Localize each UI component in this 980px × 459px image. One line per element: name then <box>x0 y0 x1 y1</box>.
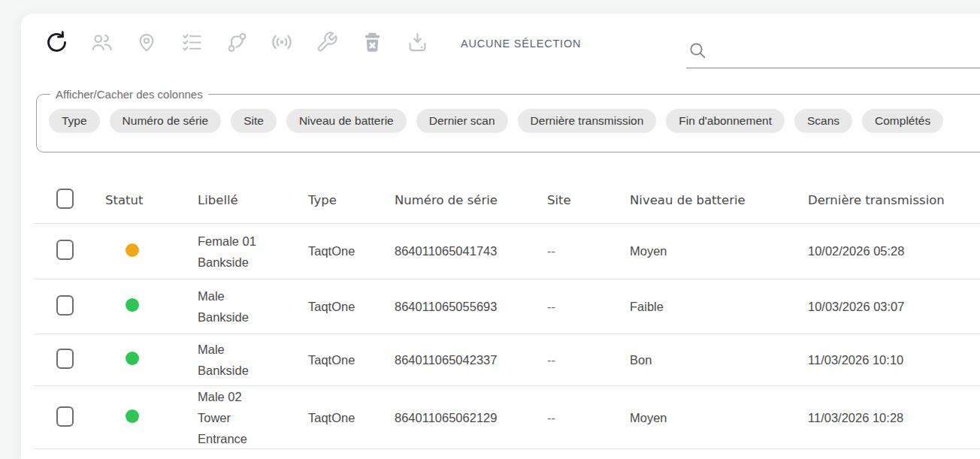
row-checkbox[interactable] <box>56 349 74 369</box>
device-label: Male Bankside <box>198 339 273 381</box>
device-label-cell: Female 01 Bankside <box>198 231 308 273</box>
status-cell <box>105 409 198 426</box>
device-site: -- <box>547 353 630 367</box>
device-site: -- <box>547 244 630 258</box>
device-site: -- <box>547 300 630 314</box>
checklist-button[interactable] <box>179 29 204 56</box>
table-row: Female 01 <box>34 449 980 459</box>
column-chip[interactable]: Dernier scan <box>416 109 508 133</box>
status-cell <box>105 243 198 260</box>
refresh-button[interactable] <box>44 29 69 56</box>
row-checkbox-cell <box>34 295 105 319</box>
row-checkbox-cell <box>34 349 105 372</box>
search-box <box>686 38 980 68</box>
search-icon <box>688 41 707 60</box>
device-table: Statut Libellé Type Numéro de série Site… <box>34 177 980 459</box>
export-button[interactable] <box>404 29 430 56</box>
column-filter-legend: Afficher/Cacher des colonnes <box>50 88 208 101</box>
device-last-transmission: 10/03/2026 03:07 <box>808 300 980 314</box>
device-site: -- <box>547 411 630 425</box>
column-header-last-transmission: Dernière transmission <box>808 193 980 207</box>
broadcast-button[interactable] <box>269 29 295 56</box>
status-cell <box>105 352 198 368</box>
device-battery: Moyen <box>630 411 808 425</box>
device-label-cell: Male Bankside <box>198 285 308 328</box>
status-dot <box>126 409 139 423</box>
users-icon <box>90 31 113 54</box>
device-label-cell: Male 02 Tower Entrance <box>198 386 308 449</box>
wrench-button[interactable] <box>314 29 340 56</box>
device-label: Female 01 Bankside <box>198 231 273 273</box>
branch-icon <box>225 31 249 54</box>
device-label-cell: Male Bankside <box>198 339 308 381</box>
select-all-checkbox[interactable] <box>56 189 74 209</box>
device-type: TaqtOne <box>308 244 395 258</box>
device-list-panel: AUCUNE SÉLECTION Afficher/Cacher des col… <box>21 14 980 459</box>
row-checkbox[interactable] <box>56 240 74 260</box>
delete-button[interactable] <box>359 29 385 56</box>
column-chip[interactable]: Scans <box>794 109 852 133</box>
row-checkbox[interactable] <box>56 295 74 316</box>
refresh-icon <box>44 30 69 55</box>
row-checkbox-cell <box>34 240 105 263</box>
status-dot <box>126 352 139 365</box>
select-all-cell <box>34 189 105 212</box>
location-pin-icon <box>135 31 158 53</box>
device-table-body: Female 01 BanksideTaqtOne864011065041743… <box>34 224 980 459</box>
table-row: Male BanksideTaqtOne864011065042337--Bon… <box>34 334 980 386</box>
status-dot <box>126 298 139 312</box>
column-filter: Afficher/Cacher des colonnes TypeNuméro … <box>36 88 980 152</box>
device-type: TaqtOne <box>308 300 395 314</box>
device-label: Male 02 Tower Entrance <box>198 386 273 449</box>
branch-button[interactable] <box>224 29 250 56</box>
users-button[interactable] <box>89 29 114 56</box>
row-checkbox-cell <box>34 406 105 430</box>
device-serial: 864011065041743 <box>395 244 547 258</box>
column-chip[interactable]: Fin d'abonnement <box>666 109 785 133</box>
device-type: TaqtOne <box>308 353 395 367</box>
device-last-transmission: 11/03/2026 10:28 <box>808 411 980 425</box>
column-header-battery: Niveau de batterie <box>630 193 808 207</box>
column-chip[interactable]: Site <box>231 109 277 133</box>
column-header-serial: Numéro de série <box>395 193 547 207</box>
trash-icon <box>361 31 384 54</box>
toolbar <box>44 29 430 56</box>
device-battery: Faible <box>630 300 808 314</box>
device-label: Female 01 <box>198 454 273 459</box>
device-serial: 864011065062129 <box>395 411 547 425</box>
location-button[interactable] <box>134 29 159 56</box>
device-battery: Bon <box>630 353 808 367</box>
column-chip[interactable]: Complétés <box>862 109 943 133</box>
column-header-statut: Statut <box>105 193 198 207</box>
column-chips: TypeNuméro de sérieSiteNiveau de batteri… <box>49 109 980 133</box>
device-last-transmission: 11/03/2026 10:10 <box>808 353 980 367</box>
status-cell <box>105 298 198 315</box>
device-battery: Moyen <box>630 244 808 258</box>
column-header-libelle: Libellé <box>198 193 308 207</box>
column-header-type: Type <box>308 193 395 207</box>
device-last-transmission: 10/02/2026 05:28 <box>808 244 980 258</box>
checklist-icon <box>180 31 204 54</box>
device-serial: 864011065055693 <box>395 300 547 314</box>
device-label-cell: Female 01 <box>198 449 308 459</box>
status-dot <box>126 243 139 257</box>
column-header-site: Site <box>547 193 630 207</box>
table-row: Male 02 Tower EntranceTaqtOne86401106506… <box>34 386 980 449</box>
column-chip[interactable]: Type <box>49 109 100 133</box>
device-serial: 864011065042337 <box>395 353 547 367</box>
column-chip[interactable]: Niveau de batterie <box>286 109 407 133</box>
row-checkbox[interactable] <box>56 406 74 427</box>
device-type: TaqtOne <box>308 411 395 425</box>
table-row: Male BanksideTaqtOne864011065055693--Fai… <box>34 279 980 334</box>
download-icon <box>406 31 429 54</box>
search-input[interactable] <box>713 41 977 65</box>
wrench-icon <box>316 31 338 53</box>
device-label: Male Bankside <box>198 285 273 328</box>
column-chip[interactable]: Dernière transmission <box>518 109 657 133</box>
column-chip[interactable]: Numéro de série <box>110 109 222 133</box>
selection-status: AUCUNE SÉLECTION <box>461 38 581 50</box>
broadcast-icon <box>270 30 294 54</box>
table-row: Female 01 BanksideTaqtOne864011065041743… <box>34 224 980 279</box>
table-header: Statut Libellé Type Numéro de série Site… <box>34 177 980 224</box>
